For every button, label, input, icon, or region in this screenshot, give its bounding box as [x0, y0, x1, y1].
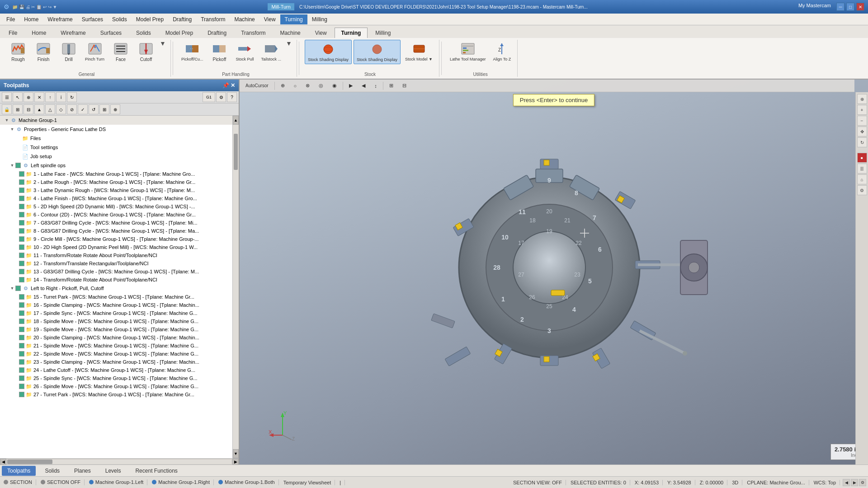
menu-wireframe[interactable]: Wireframe	[43, 14, 77, 24]
align-to-z-button[interactable]: Z Align To Z	[490, 40, 514, 63]
machine-right-button[interactable]: Machine Group-1.Right	[148, 479, 214, 485]
select-all-button[interactable]: ☰	[2, 92, 12, 102]
op9-checkbox[interactable]	[19, 236, 24, 242]
tree-op-9[interactable]: 📁 9 - Circle Mill - [WCS: Machine Group-…	[0, 235, 232, 243]
tree-op-23[interactable]: 📁 23 - Spindle Clamping - [WCS: Machine …	[0, 358, 232, 366]
op25-checkbox[interactable]	[19, 375, 24, 381]
regen-button[interactable]: ↻	[67, 92, 77, 102]
expand-icon[interactable]: ▼	[9, 285, 15, 291]
status-prev-button[interactable]: ◀	[843, 479, 850, 486]
minimize-button[interactable]: ─	[836, 3, 844, 11]
scroll-down-button[interactable]: ▼	[233, 449, 239, 458]
spindle-checkbox[interactable]	[15, 163, 21, 168]
ribbon-tab-wireframe[interactable]: Wireframe	[54, 28, 92, 38]
autocursor-button[interactable]: AutoCursor	[241, 82, 273, 89]
rt-settings2[interactable]: ⚙	[857, 185, 867, 195]
ribbon-tab-turning[interactable]: Turning	[335, 28, 368, 38]
op24-checkbox[interactable]	[19, 367, 24, 373]
op12-checkbox[interactable]	[19, 261, 24, 266]
menu-model-prep[interactable]: Model Prep	[132, 14, 168, 24]
tree-properties[interactable]: ▼ ⚙ Properties - Generic Fanuc Lathe DS	[0, 125, 232, 134]
help-button[interactable]: ?	[227, 92, 237, 102]
menu-milling[interactable]: Milling	[307, 14, 332, 24]
op27-checkbox[interactable]	[19, 392, 24, 397]
tree-op-5[interactable]: 📁 5 - 2D High Speed (2D Dynamic Mill) - …	[0, 202, 232, 211]
triangle1-button[interactable]: ▲	[34, 104, 44, 114]
tree-op-1[interactable]: 📁 1 - Lathe Face - [WCS: Machine Group-1…	[0, 170, 232, 178]
ribbon-tab-file[interactable]: File	[2, 28, 24, 38]
vt-btn-10[interactable]: ⊟	[398, 81, 410, 90]
tree-op-13[interactable]: 📁 13 - G83/G87 Drilling Cycle - [WCS: Ma…	[0, 267, 232, 276]
status-next-button[interactable]: ▶	[851, 479, 858, 486]
lock-button[interactable]: 🔒	[2, 104, 12, 114]
ribbon-tab-drafting[interactable]: Drafting	[201, 28, 233, 38]
close-button[interactable]: ✕	[856, 3, 864, 11]
vt-btn-2[interactable]: ○	[290, 82, 301, 90]
tree-op-10[interactable]: 📁 10 - 2D High Speed (2D Dynamic Peel Mi…	[0, 243, 232, 251]
tree-op-24[interactable]: 📁 24 - Lathe Cutoff - [WCS: Machine Grou…	[0, 366, 232, 374]
tree-op-2[interactable]: 📁 2 - Lathe Rough - [WCS: Machine Group-…	[0, 178, 232, 186]
tree-scrollbar[interactable]: ▲ ▼	[232, 116, 239, 458]
op1-checkbox[interactable]	[19, 171, 24, 177]
op20-checkbox[interactable]	[19, 335, 24, 340]
stock-shading-display2-button[interactable]: Stock Shading Display	[354, 40, 401, 64]
op5-checkbox[interactable]	[19, 204, 24, 209]
vt-btn-6[interactable]: ▶	[345, 81, 357, 90]
tree-op-14[interactable]: 📁 14 - Transform/Rotate Rotate About Poi…	[0, 276, 232, 284]
menu-transform[interactable]: Transform	[196, 14, 230, 24]
part-handling-expand-button[interactable]: ▼	[286, 40, 293, 47]
collapse-button[interactable]: ⊟	[24, 104, 33, 114]
op-button[interactable]: ⊕	[110, 104, 120, 114]
op21-checkbox[interactable]	[19, 343, 24, 348]
ribbon-tab-milling[interactable]: Milling	[368, 28, 397, 38]
menu-turning[interactable]: Turning	[280, 14, 307, 24]
section-off-button[interactable]: SECTION OFF	[37, 479, 85, 485]
op7-checkbox[interactable]	[19, 220, 24, 225]
hscroll-thumb[interactable]	[7, 460, 52, 464]
op16-checkbox[interactable]	[19, 302, 24, 308]
tree-op-16[interactable]: 📁 16 - Spindle Clamping - [WCS: Machine …	[0, 301, 232, 309]
tab-toolpaths[interactable]: Toolpaths	[2, 466, 36, 476]
face-button[interactable]: Face	[109, 40, 132, 64]
maximize-button[interactable]: □	[846, 3, 854, 11]
regen2-button[interactable]: ↺	[89, 104, 99, 114]
op19-checkbox[interactable]	[19, 327, 24, 332]
rt-rotate[interactable]: ↻	[857, 137, 867, 147]
ribbon-tab-surfaces[interactable]: Surfaces	[94, 28, 128, 38]
tree-op-3[interactable]: 📁 3 - Lathe Dynamic Rough - [WCS: Machin…	[0, 186, 232, 194]
menu-surfaces[interactable]: Surfaces	[77, 14, 108, 24]
rough-button[interactable]: Rough	[6, 40, 30, 64]
check-all-button[interactable]: ✓	[78, 104, 88, 114]
tab-planes[interactable]: Planes	[69, 466, 96, 476]
op3-checkbox[interactable]	[19, 188, 24, 193]
filter-button[interactable]: ⊘	[67, 104, 77, 114]
op13-checkbox[interactable]	[19, 269, 24, 274]
scroll-track[interactable]	[233, 125, 239, 449]
tab-solids[interactable]: Solids	[39, 466, 65, 476]
menu-home[interactable]: Home	[19, 14, 43, 24]
grid-button[interactable]: ⊞	[99, 104, 109, 114]
pickoff-button[interactable]: Pickoff	[208, 40, 231, 64]
op15-checkbox[interactable]	[19, 294, 24, 300]
tree-group-lr[interactable]: ▼ ⚙ Left to Right - Pickoff, Pull, Cutof…	[0, 284, 232, 293]
rt-zoom-in[interactable]: +	[857, 105, 867, 115]
drill-button[interactable]: Drill	[57, 40, 80, 64]
vt-btn-4[interactable]: ◎	[315, 81, 327, 90]
section-button[interactable]: SECTION	[0, 479, 36, 485]
tree-op-27[interactable]: 📁 27 - Turret Park - [WCS: Machine Group…	[0, 390, 232, 399]
stock-shading-display-button[interactable]: Stock Shading Display	[305, 40, 352, 64]
op18-checkbox[interactable]	[19, 319, 24, 324]
panel-hscrollbar[interactable]: ◀ ▶	[0, 458, 239, 465]
machine-left-button[interactable]: Machine Group-1.Left	[85, 479, 147, 485]
menu-machine[interactable]: Machine	[230, 14, 259, 24]
op14-checkbox[interactable]	[19, 277, 24, 282]
properties-button[interactable]: ⚙	[216, 92, 226, 102]
ribbon-tab-transform[interactable]: Transform	[234, 28, 272, 38]
hscroll-right[interactable]: ▶	[232, 459, 239, 465]
scroll-up-button[interactable]: ▲	[233, 116, 239, 125]
tool-manager-button[interactable]: Lathe Tool Manager	[447, 40, 488, 63]
tree-op-7[interactable]: 📁 7 - G83/G87 Drilling Cycle - [WCS: Mac…	[0, 219, 232, 227]
op10-checkbox[interactable]	[19, 244, 24, 250]
vt-btn-9[interactable]: ⊞	[385, 81, 397, 90]
tree-op-11[interactable]: 📁 11 - Transform/Rotate Rotate About Poi…	[0, 251, 232, 259]
